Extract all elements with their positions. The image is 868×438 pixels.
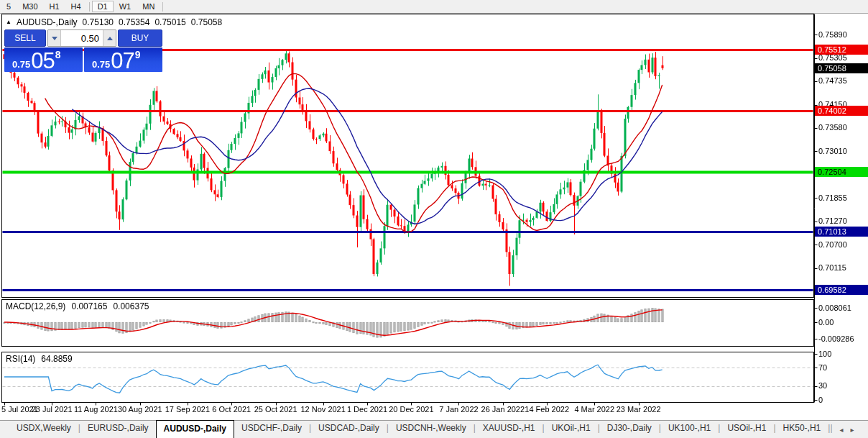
rsi-indicator-name: RSI(14) xyxy=(6,354,35,364)
tab-usdcnh-weekly[interactable]: USDCNH-,Weekly xyxy=(389,421,474,438)
price-tick-label: 0.73580 xyxy=(818,123,847,132)
price-tick-label: 0.70115 xyxy=(818,263,846,272)
price-badge: 0.75512 xyxy=(815,45,868,55)
date-label: 25 Oct 2021 xyxy=(254,405,297,414)
tab-usdx-weekly[interactable]: USDX,Weekly xyxy=(9,421,78,438)
timeframe-button-d1[interactable]: D1 xyxy=(92,1,114,12)
sell-price-big-digits: 05 xyxy=(31,52,54,70)
price-tick-label: 0.71270 xyxy=(818,216,847,225)
rsi-tick-label: 30 xyxy=(818,381,827,390)
chart-tab-bar: USDX,Weekly|EURUSD-,DailyAUDUSD-,DailyUS… xyxy=(0,420,868,438)
price-badge: 0.71013 xyxy=(815,227,868,237)
triangle-down-icon xyxy=(52,37,57,40)
tab-uk100-h1[interactable]: UK100-,H1 xyxy=(661,421,718,438)
price-badge: 0.69582 xyxy=(815,285,868,295)
date-label: 12 Nov 2021 xyxy=(300,405,345,414)
date-label: 23 Mar 2022 xyxy=(617,405,661,414)
macd-signal-value: 0.006375 xyxy=(113,301,149,311)
volume-increase-button[interactable] xyxy=(103,30,116,46)
ohlc-low-value: 0.75015 xyxy=(154,17,185,27)
tab-scroll-left-button[interactable]: ◂ xyxy=(840,426,844,434)
date-label: 17 Sep 2021 xyxy=(165,405,210,414)
price-badge: 0.74002 xyxy=(815,106,868,116)
date-label: 7 Jan 2022 xyxy=(439,405,478,414)
buy-price-prefix: 0.75 xyxy=(92,60,110,70)
toolbar-separator xyxy=(89,2,90,12)
date-label: 4 Mar 2022 xyxy=(574,405,614,414)
tab-ukoil-h1[interactable]: UKOil-,H1 xyxy=(545,421,598,438)
sell-price-prefix: 0.75 xyxy=(12,60,30,70)
timeframe-button-w1[interactable]: W1 xyxy=(114,1,137,12)
rsi-value: 64.8859 xyxy=(41,354,72,364)
price-tick-label: 0.71855 xyxy=(818,193,847,202)
rsi-tick-label: 0 xyxy=(818,396,823,404)
sell-price-tile[interactable]: 0.75 05 8 xyxy=(4,47,83,72)
toolbar-separator xyxy=(162,2,163,12)
volume-decrease-button[interactable] xyxy=(48,30,60,46)
triangle-up-icon xyxy=(107,37,113,40)
date-label: 20 Dec 2021 xyxy=(389,405,433,414)
timeframe-button-h4[interactable]: H4 xyxy=(65,1,87,12)
macd-tick-label: 0.008061 xyxy=(818,304,851,312)
tab-usoil-h1[interactable]: USOil-,H1 xyxy=(720,421,773,438)
buy-price-pip-digit: 9 xyxy=(135,49,141,60)
buy-button[interactable]: BUY xyxy=(118,29,162,47)
price-badge: 0.75058 xyxy=(815,63,868,73)
price-tick-label: 0.74735 xyxy=(818,76,847,85)
timeframe-button-5[interactable]: 5 xyxy=(1,1,17,12)
macd-main-value: 0.007165 xyxy=(71,301,107,311)
price-tick-label: 0.70700 xyxy=(818,240,847,249)
macd-indicator-name: MACD(12,26,9) xyxy=(6,301,65,311)
buy-price-big-digits: 07 xyxy=(111,52,134,70)
tab-audusd-daily[interactable]: AUDUSD-,Daily xyxy=(156,420,234,438)
date-label: 1 Dec 2021 xyxy=(347,405,387,414)
tab-hk50-h1[interactable]: HK50-,H1 xyxy=(776,421,828,438)
macd-pane-label: MACD(12,26,9) 0.007165 0.006375 xyxy=(6,301,149,311)
macd-tick-label: -0.009286 xyxy=(818,334,854,343)
rsi-tick-label: 100 xyxy=(818,350,831,358)
timeframe-button-h1[interactable]: H1 xyxy=(44,1,65,12)
tab-dj30-daily[interactable]: DJ30-,Daily xyxy=(600,421,659,438)
date-label: 26 Jan 2022 xyxy=(481,405,525,414)
timeframe-button-m30[interactable]: M30 xyxy=(17,1,43,12)
ohlc-close-value: 0.75058 xyxy=(191,17,222,27)
tab-xauusd-h1[interactable]: XAUUSD-,H1 xyxy=(476,421,542,438)
ohlc-high-value: 0.75354 xyxy=(119,17,149,27)
sell-button[interactable]: SELL xyxy=(4,29,46,47)
one-click-trading-panel: SELL BUY 0.75 05 8 0.75 07 9 xyxy=(4,29,162,72)
date-label: 11 Aug 2021 xyxy=(74,405,118,414)
sell-price-pip-digit: 8 xyxy=(55,49,61,60)
tab-separator: | xyxy=(830,421,832,438)
chart-header: ▲ AUDUSD-,Daily 0.75130 0.75354 0.75015 … xyxy=(6,17,222,27)
tab-eurusd-daily[interactable]: EURUSD-,Daily xyxy=(80,421,156,438)
volume-input[interactable] xyxy=(60,30,103,46)
collapse-chart-icon[interactable]: ▲ xyxy=(6,19,11,25)
price-badge: 0.72504 xyxy=(815,167,868,177)
date-label: 14 Feb 2022 xyxy=(525,405,569,414)
date-label: 6 Oct 2021 xyxy=(212,405,251,414)
price-tick-label: 0.75890 xyxy=(818,30,847,39)
tab-usdcad-daily[interactable]: USDCAD-,Daily xyxy=(311,421,387,438)
trading-terminal-window: 5M30H1H4D1W1MN ▲ AUDUSD-,Daily 0.75130 0… xyxy=(0,0,868,438)
date-label: 23 Jul 2021 xyxy=(32,405,73,414)
tab-scroll-right-button[interactable]: ▸ xyxy=(851,426,854,434)
price-tick-label: 0.73010 xyxy=(818,147,847,155)
buy-price-tile[interactable]: 0.75 07 9 xyxy=(84,47,162,72)
timeframe-toolbar: 5M30H1H4D1W1MN xyxy=(0,0,868,14)
date-label: 30 Aug 2021 xyxy=(118,405,162,414)
volume-stepper xyxy=(47,29,116,47)
tab-usdchf-daily[interactable]: USDCHF-,Daily xyxy=(234,421,309,438)
tab-scroll-buttons: ◂▸ xyxy=(840,421,854,438)
chart-symbol-label: AUDUSD-,Daily xyxy=(17,17,78,27)
rsi-tick-label: 70 xyxy=(818,363,827,372)
rsi-pane-label: RSI(14) 64.8859 xyxy=(6,354,73,364)
macd-tick-label: 0.00 xyxy=(818,318,834,327)
timeframe-button-mn[interactable]: MN xyxy=(137,1,160,12)
ohlc-open-value: 0.75130 xyxy=(83,17,114,27)
